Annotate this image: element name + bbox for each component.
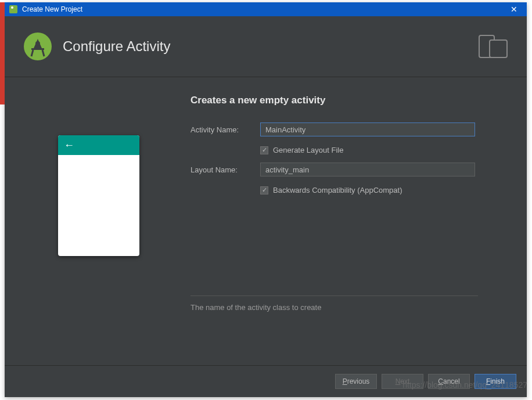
- generate-layout-label: Generate Layout File: [273, 146, 343, 154]
- close-icon[interactable]: ✕: [506, 3, 522, 15]
- left-decor-strip: [0, 2, 5, 104]
- layout-name-row: Layout Name:: [190, 163, 511, 176]
- dialog-window: Create New Project ✕ Configure Activity: [5, 2, 527, 397]
- form-area: Creates a new empty activity Activity Na…: [190, 95, 511, 354]
- android-studio-icon: [9, 5, 17, 13]
- devices-icon: [478, 34, 508, 59]
- layout-name-label: Layout Name:: [190, 165, 260, 174]
- phone-preview-appbar: ←: [58, 135, 139, 155]
- cancel-button[interactable]: Cancel: [428, 374, 470, 389]
- svg-rect-4: [490, 40, 507, 57]
- activity-name-label: Activity Name:: [190, 125, 260, 134]
- preview-area: ←: [21, 95, 177, 354]
- help-text: The name of the activity class to create: [190, 303, 511, 312]
- dialog-content: ← Creates a new empty activity Activity …: [5, 77, 527, 365]
- layout-name-input[interactable]: [260, 163, 475, 176]
- svg-rect-2: [31, 48, 44, 50]
- backwards-compat-label: Backwards Compatibility (AppCompat): [273, 186, 402, 194]
- finish-button[interactable]: Finish: [475, 374, 516, 389]
- android-studio-logo: [23, 32, 52, 61]
- form-heading: Creates a new empty activity: [190, 95, 511, 106]
- activity-name-input[interactable]: [260, 122, 475, 136]
- backwards-compat-checkbox[interactable]: ✓: [260, 186, 268, 194]
- backwards-compat-row: ✓ Backwards Compatibility (AppCompat): [260, 186, 511, 194]
- dialog-footer: Previous Next Cancel Finish: [5, 365, 527, 397]
- page-title: Configure Activity: [63, 38, 478, 55]
- next-button: Next: [382, 374, 423, 389]
- arrow-left-icon: ←: [64, 139, 74, 152]
- generate-layout-checkbox[interactable]: ✓: [260, 146, 268, 154]
- phone-preview: ←: [58, 135, 139, 256]
- dialog-header: Configure Activity: [5, 16, 527, 77]
- titlebar: Create New Project ✕: [5, 2, 527, 16]
- svg-point-1: [35, 41, 40, 46]
- window-title: Create New Project: [22, 5, 506, 13]
- previous-button[interactable]: Previous: [335, 374, 377, 389]
- generate-layout-row: ✓ Generate Layout File: [260, 146, 511, 154]
- activity-name-row: Activity Name:: [190, 122, 511, 136]
- form-divider: [190, 296, 478, 296]
